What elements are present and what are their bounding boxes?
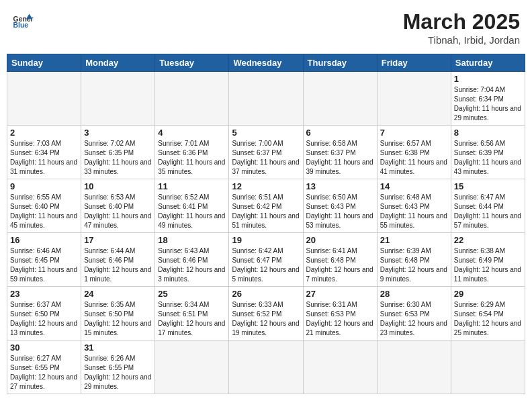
- day-number: 24: [84, 289, 152, 299]
- calendar-cell: 8Sunrise: 6:56 AM Sunset: 6:39 PM Daylig…: [451, 126, 525, 179]
- day-info: Sunrise: 6:33 AM Sunset: 6:52 PM Dayligh…: [232, 300, 300, 338]
- calendar-cell: [7, 72, 81, 126]
- day-info: Sunrise: 7:00 AM Sunset: 6:37 PM Dayligh…: [232, 139, 300, 177]
- calendar-cell: 9Sunrise: 6:55 AM Sunset: 6:40 PM Daylig…: [7, 179, 81, 233]
- calendar-week-2: 9Sunrise: 6:55 AM Sunset: 6:40 PM Daylig…: [7, 179, 525, 233]
- calendar-cell: [81, 72, 155, 126]
- day-number: 20: [306, 235, 374, 245]
- calendar-cell: [303, 340, 377, 394]
- day-number: 28: [380, 289, 448, 299]
- day-info: Sunrise: 6:48 AM Sunset: 6:43 PM Dayligh…: [380, 193, 448, 230]
- day-info: Sunrise: 6:57 AM Sunset: 6:38 PM Dayligh…: [380, 139, 448, 177]
- day-info: Sunrise: 6:53 AM Sunset: 6:40 PM Dayligh…: [84, 193, 152, 230]
- calendar-cell: 14Sunrise: 6:48 AM Sunset: 6:43 PM Dayli…: [377, 179, 451, 233]
- day-info: Sunrise: 6:35 AM Sunset: 6:50 PM Dayligh…: [84, 300, 152, 338]
- calendar-cell: 13Sunrise: 6:50 AM Sunset: 6:43 PM Dayli…: [303, 179, 377, 233]
- day-info: Sunrise: 6:58 AM Sunset: 6:37 PM Dayligh…: [306, 139, 374, 177]
- calendar-week-4: 23Sunrise: 6:37 AM Sunset: 6:50 PM Dayli…: [7, 287, 525, 340]
- calendar-cell: 1Sunrise: 7:04 AM Sunset: 6:34 PM Daylig…: [451, 72, 525, 126]
- day-info: Sunrise: 6:27 AM Sunset: 6:55 PM Dayligh…: [10, 354, 78, 392]
- calendar-cell: [451, 340, 525, 394]
- day-number: 18: [158, 235, 226, 245]
- calendar-cell: 25Sunrise: 6:34 AM Sunset: 6:51 PM Dayli…: [155, 287, 229, 340]
- day-header-monday: Monday: [81, 54, 155, 72]
- day-info: Sunrise: 6:41 AM Sunset: 6:48 PM Dayligh…: [306, 246, 374, 284]
- calendar-cell: 21Sunrise: 6:39 AM Sunset: 6:48 PM Dayli…: [377, 233, 451, 287]
- day-number: 21: [380, 235, 448, 245]
- calendar-cell: 30Sunrise: 6:27 AM Sunset: 6:55 PM Dayli…: [7, 340, 81, 394]
- calendar-cell: 24Sunrise: 6:35 AM Sunset: 6:50 PM Dayli…: [81, 287, 155, 340]
- calendar-cell: 6Sunrise: 6:58 AM Sunset: 6:37 PM Daylig…: [303, 126, 377, 179]
- calendar-cell: 28Sunrise: 6:30 AM Sunset: 6:53 PM Dayli…: [377, 287, 451, 340]
- day-number: 27: [306, 289, 374, 299]
- day-number: 12: [232, 181, 300, 191]
- day-info: Sunrise: 6:42 AM Sunset: 6:47 PM Dayligh…: [232, 246, 300, 284]
- day-info: Sunrise: 6:26 AM Sunset: 6:55 PM Dayligh…: [84, 354, 152, 392]
- day-header-friday: Friday: [377, 54, 451, 72]
- calendar-cell: 3Sunrise: 7:02 AM Sunset: 6:35 PM Daylig…: [81, 126, 155, 179]
- calendar-cell: [155, 340, 229, 394]
- calendar-cell: 23Sunrise: 6:37 AM Sunset: 6:50 PM Dayli…: [7, 287, 81, 340]
- day-number: 17: [84, 235, 152, 245]
- title-block: March 2025 Tibnah, Irbid, Jordan: [403, 9, 520, 46]
- calendar-cell: 19Sunrise: 6:42 AM Sunset: 6:47 PM Dayli…: [229, 233, 303, 287]
- day-number: 19: [232, 235, 300, 245]
- calendar-cell: 22Sunrise: 6:38 AM Sunset: 6:49 PM Dayli…: [451, 233, 525, 287]
- calendar-cell: 7Sunrise: 6:57 AM Sunset: 6:38 PM Daylig…: [377, 126, 451, 179]
- calendar-cell: 11Sunrise: 6:52 AM Sunset: 6:41 PM Dayli…: [155, 179, 229, 233]
- calendar-cell: 5Sunrise: 7:00 AM Sunset: 6:37 PM Daylig…: [229, 126, 303, 179]
- day-info: Sunrise: 6:29 AM Sunset: 6:54 PM Dayligh…: [454, 300, 522, 338]
- logo: General Blue: [12, 9, 34, 31]
- day-number: 22: [454, 235, 522, 245]
- calendar-cell: 29Sunrise: 6:29 AM Sunset: 6:54 PM Dayli…: [451, 287, 525, 340]
- day-info: Sunrise: 6:51 AM Sunset: 6:42 PM Dayligh…: [232, 193, 300, 230]
- calendar-cell: 10Sunrise: 6:53 AM Sunset: 6:40 PM Dayli…: [81, 179, 155, 233]
- day-number: 6: [306, 128, 374, 138]
- day-info: Sunrise: 7:04 AM Sunset: 6:34 PM Dayligh…: [454, 85, 522, 123]
- day-info: Sunrise: 6:38 AM Sunset: 6:49 PM Dayligh…: [454, 246, 522, 284]
- day-info: Sunrise: 6:50 AM Sunset: 6:43 PM Dayligh…: [306, 193, 374, 230]
- calendar-cell: 27Sunrise: 6:31 AM Sunset: 6:53 PM Dayli…: [303, 287, 377, 340]
- calendar-cell: 26Sunrise: 6:33 AM Sunset: 6:52 PM Dayli…: [229, 287, 303, 340]
- calendar-cell: [229, 340, 303, 394]
- calendar-week-5: 30Sunrise: 6:27 AM Sunset: 6:55 PM Dayli…: [7, 340, 525, 394]
- logo-icon: General Blue: [12, 9, 34, 31]
- day-number: 3: [84, 128, 152, 138]
- calendar-cell: 18Sunrise: 6:43 AM Sunset: 6:46 PM Dayli…: [155, 233, 229, 287]
- day-info: Sunrise: 6:31 AM Sunset: 6:53 PM Dayligh…: [306, 300, 374, 338]
- day-number: 31: [84, 342, 152, 353]
- day-header-saturday: Saturday: [451, 54, 525, 72]
- day-number: 23: [10, 289, 78, 299]
- calendar-cell: 16Sunrise: 6:46 AM Sunset: 6:45 PM Dayli…: [7, 233, 81, 287]
- calendar-cell: 15Sunrise: 6:47 AM Sunset: 6:44 PM Dayli…: [451, 179, 525, 233]
- calendar-week-1: 2Sunrise: 7:03 AM Sunset: 6:34 PM Daylig…: [7, 126, 525, 179]
- day-info: Sunrise: 6:44 AM Sunset: 6:46 PM Dayligh…: [84, 246, 152, 284]
- day-info: Sunrise: 6:56 AM Sunset: 6:39 PM Dayligh…: [454, 139, 522, 177]
- calendar-cell: 4Sunrise: 7:01 AM Sunset: 6:36 PM Daylig…: [155, 126, 229, 179]
- day-number: 29: [454, 289, 522, 299]
- svg-text:Blue: Blue: [13, 21, 29, 29]
- day-number: 14: [380, 181, 448, 191]
- day-number: 30: [10, 342, 78, 353]
- day-number: 16: [10, 235, 78, 245]
- day-header-wednesday: Wednesday: [229, 54, 303, 72]
- day-number: 13: [306, 181, 374, 191]
- calendar-cell: [303, 72, 377, 126]
- day-info: Sunrise: 6:34 AM Sunset: 6:51 PM Dayligh…: [158, 300, 226, 338]
- day-number: 2: [10, 128, 78, 138]
- day-info: Sunrise: 6:30 AM Sunset: 6:53 PM Dayligh…: [380, 300, 448, 338]
- day-number: 7: [380, 128, 448, 138]
- calendar-cell: [377, 340, 451, 394]
- day-number: 4: [158, 128, 226, 138]
- day-number: 25: [158, 289, 226, 299]
- month-title: March 2025: [403, 9, 520, 34]
- calendar-table: SundayMondayTuesdayWednesdayThursdayFrid…: [7, 54, 525, 394]
- calendar-cell: [155, 72, 229, 126]
- calendar-cell: [377, 72, 451, 126]
- calendar-cell: 31Sunrise: 6:26 AM Sunset: 6:55 PM Dayli…: [81, 340, 155, 394]
- day-number: 5: [232, 128, 300, 138]
- day-info: Sunrise: 7:02 AM Sunset: 6:35 PM Dayligh…: [84, 139, 152, 177]
- day-number: 15: [454, 181, 522, 191]
- calendar-cell: 20Sunrise: 6:41 AM Sunset: 6:48 PM Dayli…: [303, 233, 377, 287]
- day-number: 8: [454, 128, 522, 138]
